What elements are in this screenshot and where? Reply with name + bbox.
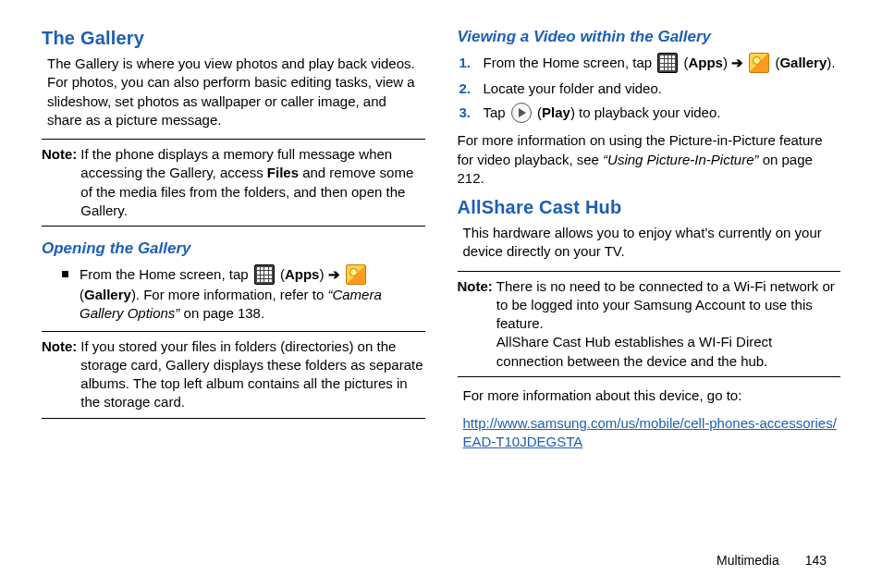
gallery-label: Gallery bbox=[779, 55, 827, 70]
step3-post: ) to playback your video. bbox=[570, 104, 721, 120]
opening-step: From the Home screen, tap (Apps) ➔ (Gall… bbox=[42, 265, 425, 324]
heading-allshare: AllShare Cast Hub bbox=[458, 197, 841, 218]
note-text: There is no need to be connected to a Wi… bbox=[496, 277, 840, 371]
gallery-icon bbox=[749, 53, 769, 73]
open-post1: ). For more information, refer to bbox=[131, 287, 328, 302]
more-info-text: For more information about this device, … bbox=[458, 386, 841, 405]
footer-page-number: 143 bbox=[805, 553, 827, 568]
arrow-icon: ➔ bbox=[328, 266, 340, 282]
pip-ref: “Using Picture-In-Picture” bbox=[603, 152, 758, 167]
step-3: 3. Tap (Play) to playback your video. bbox=[484, 104, 841, 124]
pip-info: For more information on using the Pictur… bbox=[458, 131, 841, 188]
play-label: Play bbox=[542, 104, 570, 120]
note-text: If you stored your files in folders (dir… bbox=[80, 337, 424, 412]
gallery-intro-text: The Gallery is where you view photos and… bbox=[42, 55, 425, 129]
play-icon bbox=[511, 103, 532, 123]
step2-text: Locate your folder and video. bbox=[484, 80, 662, 96]
heading-the-gallery: The Gallery bbox=[42, 28, 425, 49]
step-2: 2. Locate your folder and video. bbox=[484, 80, 841, 98]
step3-pre: Tap bbox=[484, 104, 509, 120]
apps-label: Apps bbox=[285, 266, 320, 282]
open-post2: on page 138. bbox=[179, 305, 264, 321]
heading-viewing-video: Viewing a Video within the Gallery bbox=[458, 28, 841, 46]
apps-label: Apps bbox=[688, 55, 723, 70]
open-pre: From the Home screen, tap bbox=[80, 266, 252, 282]
footer-section: Multimedia bbox=[717, 553, 779, 568]
note3-line2: AllShare Cast Hub establishes a WI-Fi Di… bbox=[496, 334, 772, 368]
heading-opening-gallery: Opening the Gallery bbox=[42, 239, 425, 258]
page-footer: Multimedia 143 bbox=[717, 553, 827, 568]
apps-icon bbox=[254, 264, 275, 285]
gallery-label: Gallery bbox=[84, 287, 131, 302]
note-memory-full: Note: If the phone displays a memory ful… bbox=[42, 139, 425, 227]
note-bold-files: Files bbox=[267, 165, 299, 180]
allshare-intro: This hardware allows you to enjoy what’s… bbox=[458, 224, 841, 262]
note3-line1: There is no need to be connected to a Wi… bbox=[496, 278, 835, 332]
step-number: 3. bbox=[459, 104, 472, 122]
note-label: Note: bbox=[458, 277, 493, 371]
square-bullet-icon bbox=[62, 271, 68, 277]
step1-pre: From the Home screen, tap bbox=[484, 55, 656, 70]
note-text: If the phone displays a memory full mess… bbox=[80, 145, 424, 220]
note-allshare: Note: There is no need to be connected t… bbox=[458, 271, 841, 377]
step-1: 1. From the Home screen, tap (Apps) ➔ (G… bbox=[484, 54, 841, 74]
gallery-icon bbox=[346, 264, 366, 285]
note-folders: Note: If you stored your files in folder… bbox=[42, 331, 425, 419]
step-number: 2. bbox=[459, 80, 472, 98]
step-number: 1. bbox=[459, 54, 472, 72]
url-line: http://www.samsung.com/us/mobile/cell-ph… bbox=[458, 414, 841, 452]
note-label: Note: bbox=[42, 337, 77, 412]
note-label: Note: bbox=[42, 145, 77, 220]
samsung-accessory-link[interactable]: http://www.samsung.com/us/mobile/cell-ph… bbox=[463, 415, 837, 449]
arrow-icon: ➔ bbox=[731, 55, 743, 70]
apps-icon bbox=[657, 53, 678, 73]
